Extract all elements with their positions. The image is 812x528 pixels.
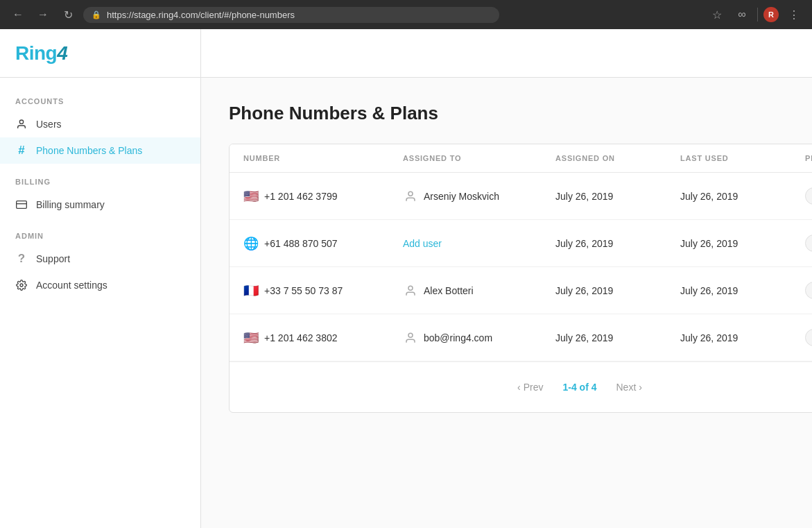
phone-number-3: +33 7 55 50 73 87 xyxy=(264,285,343,296)
browser-divider xyxy=(757,8,758,22)
plans-cell-2: 🌐 Unlimited ✕ xyxy=(805,234,812,253)
next-label: Next xyxy=(616,382,637,393)
plans-cell-4: 🇺🇸 Unlimited ✕ xyxy=(805,328,812,348)
assigned-on-cell-3: July 26, 2019 xyxy=(555,285,680,296)
sidebar-item-billing-label: Billing summary xyxy=(36,199,105,210)
svg-point-5 xyxy=(408,191,413,196)
col-assigned-on: ASSIGNED ON xyxy=(555,154,680,162)
nav-section-billing: BILLING xyxy=(0,172,200,191)
assigned-to-cell-4: bob@ring4.com xyxy=(403,330,555,346)
nav-section-admin: ADMIN xyxy=(0,226,200,246)
svg-rect-1 xyxy=(17,201,27,209)
last-used-cell-4: July 26, 2019 xyxy=(680,332,805,343)
table-header: NUMBER ASSIGNED TO ASSIGNED ON LAST USED… xyxy=(230,144,812,173)
sidebar-item-users[interactable]: Users xyxy=(0,111,200,137)
col-plans: PLANS xyxy=(805,154,812,162)
sidebar-header: Ring4 xyxy=(0,29,200,78)
col-number: NUMBER xyxy=(243,154,403,162)
assigned-to-cell-1: Arseniy Moskvich xyxy=(403,189,555,204)
person-icon xyxy=(15,118,28,130)
svg-point-0 xyxy=(19,120,23,124)
assigned-on-date-4: July 26, 2019 xyxy=(555,332,613,343)
assigned-to-name-4: bob@ring4.com xyxy=(424,332,492,343)
logo: Ring4 xyxy=(15,42,67,65)
plans-cell-3: 🇫🇷 Unlimited ✕ xyxy=(805,281,812,300)
pagination-info: 1-4 of 4 xyxy=(562,382,596,393)
assigned-on-date-1: July 26, 2019 xyxy=(555,191,613,202)
phone-numbers-table: NUMBER ASSIGNED TO ASSIGNED ON LAST USED… xyxy=(229,144,812,413)
svg-point-3 xyxy=(20,284,23,287)
right-header xyxy=(201,29,812,78)
sidebar-item-billing[interactable]: Billing summary xyxy=(0,191,200,218)
sidebar-item-support-label: Support xyxy=(36,253,70,264)
sidebar-item-phone-numbers[interactable]: # Phone Numbers & Plans xyxy=(0,137,200,164)
plan-badge-1: 🇺🇸 Unlimited xyxy=(805,187,812,205)
prev-button[interactable]: ‹ Prev xyxy=(509,377,551,397)
plans-cell-1: 🇺🇸 Unlimited ✕ xyxy=(805,187,812,206)
user-avatar-icon-1 xyxy=(403,189,418,204)
reload-button[interactable]: ↻ xyxy=(58,5,78,24)
flag-global-2: 🌐 xyxy=(243,237,259,250)
col-assigned-to: ASSIGNED TO xyxy=(403,154,555,162)
user-avatar-icon-3 xyxy=(403,283,418,298)
next-button[interactable]: Next › xyxy=(608,377,650,397)
assigned-to-cell-2: Add user xyxy=(403,238,555,249)
back-button[interactable]: ← xyxy=(8,5,28,24)
last-used-cell-1: July 26, 2019 xyxy=(680,191,805,202)
url-text: https://stage.ring4.com/client/#/phone-n… xyxy=(107,10,491,20)
phone-number-4: +1 201 462 3802 xyxy=(264,332,338,343)
plan-badge-4: 🇺🇸 Unlimited xyxy=(805,329,812,346)
number-cell-3: 🇫🇷 +33 7 55 50 73 87 xyxy=(243,284,403,297)
lock-icon: 🔒 xyxy=(92,10,101,19)
last-used-cell-2: July 26, 2019 xyxy=(680,238,805,249)
chevron-left-icon: ‹ xyxy=(517,382,521,393)
plan-badge-3: 🇫🇷 Unlimited xyxy=(805,282,812,299)
hash-icon: # xyxy=(15,144,28,157)
sidebar-nav: ACCOUNTS Users # Phone Numbers & Plans xyxy=(0,78,200,528)
svg-point-6 xyxy=(408,286,413,290)
sidebar-item-account-settings[interactable]: Account settings xyxy=(0,272,200,298)
user-avatar-icon-4 xyxy=(403,330,418,346)
number-cell-4: 🇺🇸 +1 201 462 3802 xyxy=(243,332,403,344)
table-row: 🇺🇸 +1 201 462 3802 bob@ring4.com xyxy=(230,314,812,361)
menu-button[interactable]: ⋮ xyxy=(784,5,804,24)
assigned-on-cell-2: July 26, 2019 xyxy=(555,238,680,249)
flag-us-1: 🇺🇸 xyxy=(243,190,259,203)
sidebar-item-users-label: Users xyxy=(36,119,62,130)
question-icon: ? xyxy=(15,253,28,265)
table-row: 🌐 +61 488 870 507 Add user July 26, 2019… xyxy=(230,220,812,267)
assigned-on-date-2: July 26, 2019 xyxy=(555,238,613,249)
card-icon xyxy=(15,198,28,211)
assigned-on-cell-4: July 26, 2019 xyxy=(555,332,680,343)
sidebar-item-phone-numbers-label: Phone Numbers & Plans xyxy=(36,145,142,156)
number-cell-2: 🌐 +61 488 870 507 xyxy=(243,237,403,250)
browser-avatar: R xyxy=(763,7,779,22)
last-used-date-4: July 26, 2019 xyxy=(680,332,738,343)
browser-actions: ☆ ∞ R ⋮ xyxy=(707,5,804,24)
assigned-on-date-3: July 26, 2019 xyxy=(555,285,613,296)
forward-button[interactable]: → xyxy=(33,5,53,24)
sidebar-item-support[interactable]: ? Support xyxy=(0,246,200,272)
address-bar[interactable]: 🔒 https://stage.ring4.com/client/#/phone… xyxy=(83,7,499,23)
last-used-date-1: July 26, 2019 xyxy=(680,191,738,202)
flag-us-4: 🇺🇸 xyxy=(243,332,259,344)
table-row: 🇺🇸 +1 201 462 3799 Arseniy Moskvich xyxy=(230,173,812,220)
pagination: ‹ Prev 1-4 of 4 Next › xyxy=(230,361,812,412)
phone-number-1: +1 201 462 3799 xyxy=(264,191,338,202)
chevron-right-icon: › xyxy=(639,382,642,393)
extensions-button[interactable]: ∞ xyxy=(732,5,752,24)
app-wrapper: ← → ↻ 🔒 https://stage.ring4.com/client/#… xyxy=(0,0,812,528)
sidebar-item-account-settings-label: Account settings xyxy=(36,280,107,291)
last-used-date-2: July 26, 2019 xyxy=(680,238,738,249)
add-user-link-2[interactable]: Add user xyxy=(403,238,442,249)
col-last-used: LAST USED xyxy=(680,154,805,162)
prev-label: Prev xyxy=(524,382,544,393)
plan-badge-2: 🌐 Unlimited xyxy=(805,235,812,252)
main-right: Phone Numbers & Plans NUMBER ASSIGNED TO… xyxy=(201,29,812,528)
right-body: Phone Numbers & Plans NUMBER ASSIGNED TO… xyxy=(201,78,812,528)
browser-chrome: ← → ↻ 🔒 https://stage.ring4.com/client/#… xyxy=(0,0,812,29)
gear-icon xyxy=(15,279,28,291)
content-area: Ring4 ACCOUNTS Users # Ph xyxy=(0,29,812,528)
star-button[interactable]: ☆ xyxy=(707,5,727,24)
page-title: Phone Numbers & Plans xyxy=(229,103,812,124)
